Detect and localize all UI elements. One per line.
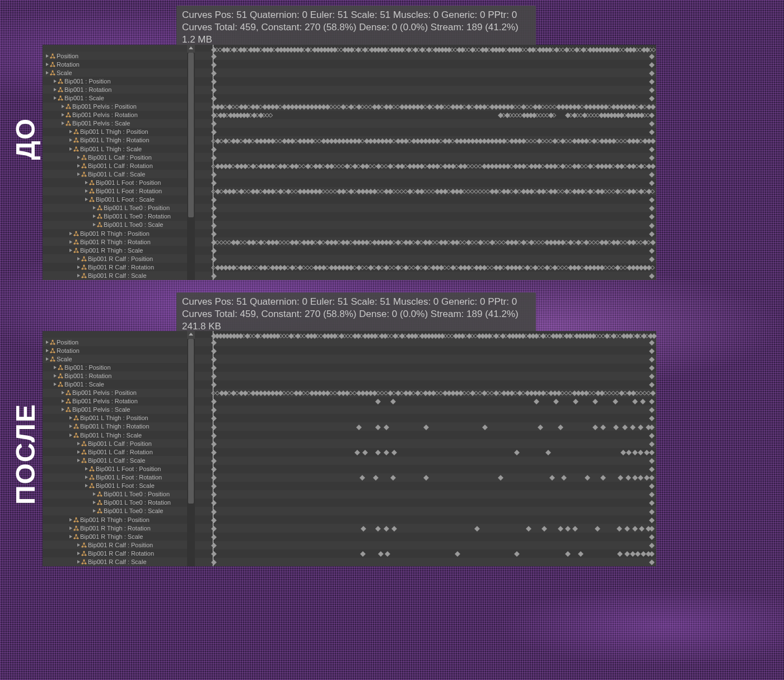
keyframe-icon[interactable] bbox=[375, 399, 381, 404]
keyframe-icon[interactable] bbox=[649, 483, 655, 489]
keyframe-icon[interactable] bbox=[545, 450, 551, 455]
keyframe-icon[interactable] bbox=[498, 475, 503, 481]
tree-row[interactable]: Bip001 R Thigh : Rotation bbox=[43, 237, 195, 246]
expand-arrow-icon[interactable] bbox=[77, 459, 80, 462]
tree-row[interactable]: Bip001 L Calf : Position bbox=[43, 153, 195, 161]
expand-arrow-icon[interactable] bbox=[62, 122, 64, 125]
expand-arrow-icon[interactable] bbox=[46, 341, 49, 344]
expand-arrow-icon[interactable] bbox=[46, 357, 49, 361]
keyframe-icon[interactable] bbox=[649, 365, 655, 371]
expand-arrow-icon[interactable] bbox=[93, 206, 96, 209]
expand-arrow-icon[interactable] bbox=[77, 274, 80, 277]
keyframe-icon[interactable] bbox=[649, 425, 655, 430]
keyframe-icon[interactable] bbox=[211, 467, 217, 472]
tree-row[interactable]: Bip001 L Calf : Rotation bbox=[43, 448, 195, 456]
keyframe-icon[interactable] bbox=[617, 526, 622, 532]
keyframe-icon[interactable] bbox=[649, 416, 655, 422]
keyframe-icon[interactable] bbox=[211, 71, 217, 76]
keyframe-icon[interactable] bbox=[626, 475, 631, 481]
keyframe-icon[interactable] bbox=[649, 340, 655, 346]
keyframe-icon[interactable] bbox=[649, 206, 655, 211]
keyframe-icon[interactable] bbox=[613, 425, 619, 430]
keyframe-icon[interactable] bbox=[211, 206, 217, 211]
keyframe-icon[interactable] bbox=[211, 180, 217, 186]
expand-arrow-icon[interactable] bbox=[93, 509, 96, 513]
expand-arrow-icon[interactable] bbox=[54, 366, 57, 369]
keyframe-icon[interactable] bbox=[360, 551, 366, 557]
keyframe-icon[interactable] bbox=[649, 172, 655, 178]
keyframe-icon[interactable] bbox=[649, 560, 655, 565]
keyframe-icon[interactable] bbox=[561, 475, 567, 481]
tree-row[interactable]: Bip001 L Calf : Rotation bbox=[43, 161, 195, 170]
keyframe-icon[interactable] bbox=[385, 551, 390, 557]
tree-row[interactable]: Bip001 Pelvis : Position bbox=[43, 389, 195, 397]
keyframe-icon[interactable] bbox=[649, 96, 655, 101]
keyframe-icon[interactable] bbox=[211, 54, 217, 59]
tree-row[interactable]: Bip001 Pelvis : Position bbox=[43, 103, 195, 111]
keyframe-icon[interactable] bbox=[618, 475, 623, 481]
keyframe-icon[interactable] bbox=[375, 425, 381, 430]
keyframe-icon[interactable] bbox=[650, 390, 656, 396]
tree-row[interactable]: Bip001 R Thigh : Scale bbox=[43, 532, 195, 541]
tree-row[interactable]: Bip001 L Toe0 : Scale bbox=[43, 507, 195, 515]
expand-arrow-icon[interactable] bbox=[85, 484, 88, 487]
tree-row[interactable]: Bip001 R Calf : Scale bbox=[43, 271, 195, 280]
expand-arrow-icon[interactable] bbox=[85, 467, 88, 471]
tree-row[interactable]: Bip001 : Rotation bbox=[43, 85, 195, 94]
keyframe-icon[interactable] bbox=[423, 425, 429, 430]
tree-row[interactable]: Bip001 L Toe0 : Position bbox=[43, 204, 195, 212]
keyframe-icon[interactable] bbox=[362, 450, 368, 455]
keyframe-icon[interactable] bbox=[617, 551, 623, 557]
keyframe-icon[interactable] bbox=[391, 450, 397, 455]
keyframe-icon[interactable] bbox=[649, 501, 655, 506]
keyframe-icon[interactable] bbox=[211, 492, 217, 497]
tree-row[interactable]: Bip001 L Toe0 : Position bbox=[43, 490, 195, 499]
keyframe-icon[interactable] bbox=[211, 231, 217, 237]
keyframe-icon[interactable] bbox=[650, 240, 656, 245]
tree-row[interactable]: Bip001 : Position bbox=[43, 363, 195, 371]
expand-arrow-icon[interactable] bbox=[69, 130, 72, 133]
keyframe-icon[interactable] bbox=[211, 433, 217, 439]
keyframe-icon[interactable] bbox=[211, 365, 217, 371]
keyframe-icon[interactable] bbox=[650, 104, 656, 110]
expand-arrow-icon[interactable] bbox=[93, 492, 96, 496]
tree-row[interactable]: Bip001 L Toe0 : Rotation bbox=[43, 212, 195, 221]
keyframe-icon[interactable] bbox=[211, 407, 217, 413]
keyframe-icon[interactable] bbox=[211, 121, 217, 127]
keyframe-icon[interactable] bbox=[600, 475, 606, 481]
keyframe-icon[interactable] bbox=[514, 450, 520, 455]
expand-arrow-icon[interactable] bbox=[46, 63, 49, 66]
keyframe-icon[interactable] bbox=[626, 450, 632, 455]
keyframe-icon[interactable] bbox=[558, 425, 563, 430]
keyframe-icon[interactable] bbox=[211, 475, 217, 481]
keyframe-icon[interactable] bbox=[622, 425, 628, 430]
keyframe-icon[interactable] bbox=[649, 54, 655, 59]
expand-arrow-icon[interactable] bbox=[85, 181, 88, 184]
keyframe-icon[interactable] bbox=[354, 450, 360, 455]
scrollbar-thumb[interactable] bbox=[188, 53, 194, 217]
keyframe-icon[interactable] bbox=[649, 526, 655, 532]
expand-arrow-icon[interactable] bbox=[54, 374, 57, 378]
keyframe-icon[interactable] bbox=[649, 492, 655, 497]
tree-row[interactable]: Bip001 L Thigh : Position bbox=[43, 414, 195, 422]
keyframe-icon[interactable] bbox=[542, 526, 547, 532]
scrollbar[interactable] bbox=[187, 45, 195, 280]
keyframe-icon[interactable] bbox=[649, 257, 655, 262]
keyframe-icon[interactable] bbox=[649, 248, 655, 254]
keyframe-icon[interactable] bbox=[649, 399, 655, 404]
keyframe-icon[interactable] bbox=[211, 62, 217, 68]
keyframe-icon[interactable] bbox=[572, 526, 578, 532]
keyframe-icon[interactable] bbox=[211, 357, 217, 362]
keyframe-icon[interactable] bbox=[649, 518, 655, 523]
keyframe-icon[interactable] bbox=[649, 441, 655, 447]
keyframe-icon[interactable] bbox=[211, 509, 217, 515]
expand-arrow-icon[interactable] bbox=[54, 383, 57, 386]
expand-arrow-icon[interactable] bbox=[85, 189, 88, 193]
keyframe-icon[interactable] bbox=[632, 399, 638, 404]
tree-row[interactable]: Bip001 : Position bbox=[43, 77, 195, 85]
expand-arrow-icon[interactable] bbox=[77, 164, 80, 167]
keyframe-icon[interactable] bbox=[578, 551, 584, 557]
tree-row[interactable]: Rotation bbox=[43, 346, 195, 355]
tree-row[interactable]: Bip001 L Foot : Rotation bbox=[43, 187, 195, 195]
keyframe-icon[interactable] bbox=[649, 433, 655, 439]
